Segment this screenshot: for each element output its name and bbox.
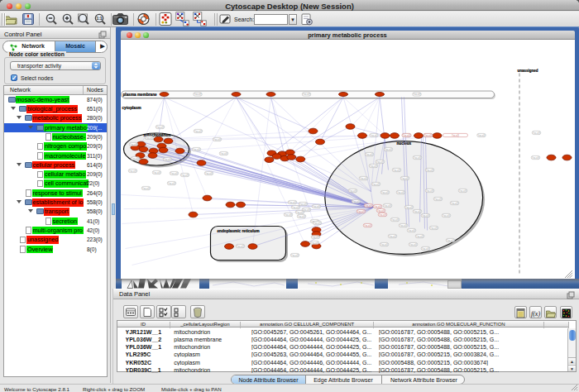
svg-text:Yxx-x@: Yxx-x@ — [378, 213, 385, 216]
svg-text:Yxx-x@: Yxx-x@ — [288, 200, 295, 203]
svg-text:Yxx-x@: Yxx-x@ — [152, 170, 160, 174]
svg-text:Yxx-x@: Yxx-x@ — [363, 223, 371, 227]
svg-text:Yxx-x@: Yxx-x@ — [390, 218, 398, 221]
svg-text:Yxx-x@: Yxx-x@ — [302, 93, 309, 96]
svg-text:Yxx-x@: Yxx-x@ — [313, 221, 320, 224]
svg-text:Yxx-x@: Yxx-x@ — [299, 202, 306, 205]
svg-text:Yxx-x@: Yxx-x@ — [531, 155, 538, 159]
svg-text:Yxx-x@: Yxx-x@ — [407, 228, 414, 232]
svg-text:Yxx-x@: Yxx-x@ — [167, 181, 175, 184]
svg-text:Yxx-x@: Yxx-x@ — [380, 190, 388, 194]
svg-text:Yxx-x@: Yxx-x@ — [370, 133, 377, 136]
svg-text:Yxx-x@: Yxx-x@ — [400, 176, 408, 179]
svg-text:Yxx-x@: Yxx-x@ — [369, 164, 376, 167]
svg-text:Yxx-x@: Yxx-x@ — [180, 173, 188, 176]
svg-text:Yxx-x@: Yxx-x@ — [145, 136, 152, 139]
svg-text:Yxx-x@: Yxx-x@ — [128, 169, 136, 172]
svg-text:Yxx-x@: Yxx-x@ — [312, 204, 319, 208]
svg-text:Yxx-x@: Yxx-x@ — [348, 189, 356, 192]
svg-text:Yxx-x@: Yxx-x@ — [295, 210, 303, 213]
svg-text:Yxx-x@: Yxx-x@ — [359, 176, 366, 179]
svg-text:plasma membrane: plasma membrane — [122, 93, 157, 97]
svg-text:nucleus: nucleus — [396, 141, 411, 145]
svg-text:unassigned: unassigned — [517, 68, 538, 72]
svg-text:Yxx-x@: Yxx-x@ — [194, 129, 201, 132]
svg-text:Yxx-x@: Yxx-x@ — [163, 157, 170, 160]
svg-text:Yxx-x@: Yxx-x@ — [458, 189, 466, 192]
svg-text:Yxx-x@: Yxx-x@ — [141, 186, 149, 189]
svg-text:Yxx-x@: Yxx-x@ — [129, 142, 136, 146]
svg-text:Yxx-x@: Yxx-x@ — [402, 133, 409, 136]
svg-text:Yxx-x@: Yxx-x@ — [413, 93, 420, 96]
svg-text:Yxx-x@: Yxx-x@ — [383, 203, 390, 207]
svg-text:Yxx-x@: Yxx-x@ — [446, 238, 453, 241]
svg-text:Yxx-x@: Yxx-x@ — [451, 133, 458, 136]
svg-text:Yxx-x@: Yxx-x@ — [404, 205, 412, 208]
svg-text:Yxx-x@: Yxx-x@ — [396, 190, 404, 194]
svg-text:Yxx-x@: Yxx-x@ — [423, 133, 431, 136]
svg-text:Yxx-x@: Yxx-x@ — [392, 168, 400, 171]
svg-text:Yxx-x@: Yxx-x@ — [388, 234, 395, 237]
svg-text:Yxx-x@: Yxx-x@ — [131, 156, 138, 160]
svg-text:Yxx-x@: Yxx-x@ — [425, 189, 433, 192]
svg-text:Yxx-x@: Yxx-x@ — [477, 133, 485, 136]
svg-text:Yxx-x@: Yxx-x@ — [413, 155, 420, 159]
svg-text:Yxx-x@: Yxx-x@ — [311, 235, 318, 238]
svg-text:Yxx-x@: Yxx-x@ — [213, 137, 220, 141]
svg-text:Yxx-x@: Yxx-x@ — [433, 197, 441, 200]
svg-text:Yxx-x@: Yxx-x@ — [371, 182, 379, 185]
svg-text:Yxx-x@: Yxx-x@ — [365, 152, 372, 155]
svg-text:Yxx-x@: Yxx-x@ — [380, 242, 387, 246]
svg-text:f(x): f(x) — [530, 309, 539, 317]
svg-text:Yxx-x@: Yxx-x@ — [409, 242, 416, 246]
svg-text:Yxx-x@: Yxx-x@ — [413, 209, 420, 213]
svg-text:Yxx-x@: Yxx-x@ — [356, 209, 364, 213]
svg-text:Yxx-x@: Yxx-x@ — [429, 226, 437, 229]
svg-text:Yxx-x@: Yxx-x@ — [399, 223, 406, 227]
svg-text:Yxx-x@: Yxx-x@ — [219, 151, 227, 155]
svg-text:Yxx-x@: Yxx-x@ — [170, 171, 177, 174]
svg-text:Yxx-x@: Yxx-x@ — [297, 214, 304, 218]
svg-text:Yxx-x@: Yxx-x@ — [284, 213, 291, 216]
svg-text:Yxx-x@: Yxx-x@ — [442, 213, 449, 217]
svg-text:1:1: 1:1 — [96, 16, 102, 21]
svg-text:Yxx-x@: Yxx-x@ — [194, 93, 201, 96]
svg-text:cytoplasm: cytoplasm — [122, 105, 141, 109]
svg-text:Yxx-x@: Yxx-x@ — [364, 203, 371, 207]
svg-text:Yxx-x@: Yxx-x@ — [352, 199, 359, 203]
svg-text:Yxx-x@: Yxx-x@ — [532, 131, 539, 134]
svg-text:Yxx-x@: Yxx-x@ — [236, 244, 243, 247]
svg-text:Yxx-x@: Yxx-x@ — [376, 208, 384, 212]
svg-text:Yxx-x@: Yxx-x@ — [192, 147, 199, 151]
svg-text:Yxx-x@: Yxx-x@ — [376, 160, 383, 163]
svg-text:Yxx-x@: Yxx-x@ — [291, 205, 299, 208]
svg-text:Yxx-x@: Yxx-x@ — [373, 204, 380, 208]
svg-text:Yxx-x@: Yxx-x@ — [156, 125, 163, 128]
svg-text:Yxx-x@: Yxx-x@ — [290, 253, 298, 256]
svg-text:Yxx-x@: Yxx-x@ — [425, 168, 433, 171]
svg-text:Yxx-x@: Yxx-x@ — [450, 201, 457, 204]
svg-text:Yxx-x@: Yxx-x@ — [384, 147, 391, 151]
svg-text:Yxx-x@: Yxx-x@ — [421, 213, 428, 217]
svg-text:Yxx-x@: Yxx-x@ — [421, 246, 428, 250]
svg-text:Yxx-x@: Yxx-x@ — [415, 234, 423, 237]
svg-text:Yxx-x@: Yxx-x@ — [204, 171, 212, 174]
svg-text:Yxx-x@: Yxx-x@ — [310, 241, 318, 244]
